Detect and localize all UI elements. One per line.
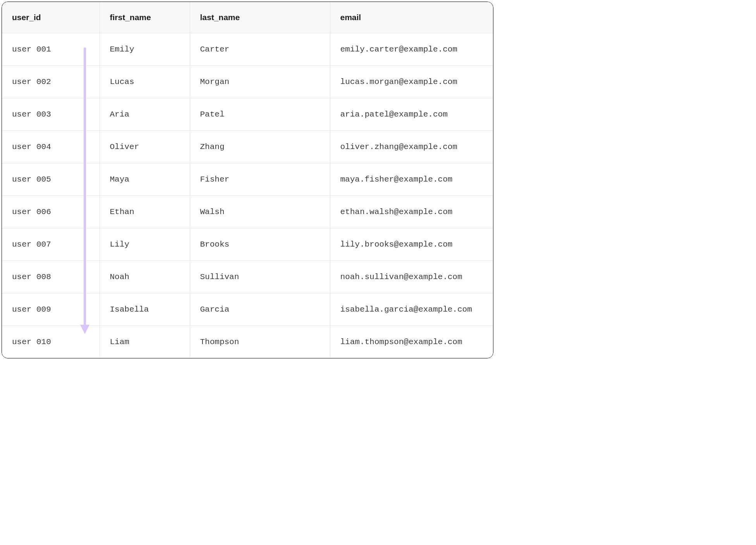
cell-user-id: user 005 — [2, 163, 100, 196]
header-email: email — [330, 2, 493, 33]
cell-user-id: user 001 — [2, 33, 100, 66]
header-first-name: first_name — [100, 2, 190, 33]
table-row: user 004OliverZhangoliver.zhang@example.… — [2, 131, 493, 163]
table-row: user 001EmilyCarteremily.carter@example.… — [2, 33, 493, 66]
cell-first-name: Isabella — [100, 293, 190, 326]
cell-email: emily.carter@example.com — [330, 33, 493, 66]
table-row: user 006EthanWalshethan.walsh@example.co… — [2, 196, 493, 228]
cell-email: oliver.zhang@example.com — [330, 131, 493, 163]
cell-last-name: Sullivan — [190, 261, 330, 293]
cell-first-name: Maya — [100, 163, 190, 196]
table-row: user 005MayaFishermaya.fisher@example.co… — [2, 163, 493, 196]
cell-user-id: user 010 — [2, 326, 100, 358]
header-user-id: user_id — [2, 2, 100, 33]
cell-first-name: Liam — [100, 326, 190, 358]
cell-last-name: Thompson — [190, 326, 330, 358]
cell-last-name: Garcia — [190, 293, 330, 326]
cell-first-name: Lily — [100, 228, 190, 261]
cell-email: liam.thompson@example.com — [330, 326, 493, 358]
table-header-row: user_id first_name last_name email — [2, 2, 493, 33]
cell-email: ethan.walsh@example.com — [330, 196, 493, 228]
cell-user-id: user 004 — [2, 131, 100, 163]
cell-user-id: user 006 — [2, 196, 100, 228]
cell-email: lily.brooks@example.com — [330, 228, 493, 261]
cell-first-name: Noah — [100, 261, 190, 293]
table-row: user 007LilyBrookslily.brooks@example.co… — [2, 228, 493, 261]
cell-last-name: Fisher — [190, 163, 330, 196]
cell-first-name: Lucas — [100, 66, 190, 98]
users-table-container: user_id first_name last_name email user … — [2, 2, 493, 358]
cell-first-name: Emily — [100, 33, 190, 66]
cell-user-id: user 003 — [2, 98, 100, 131]
cell-last-name: Patel — [190, 98, 330, 131]
table-row: user 008NoahSullivannoah.sullivan@exampl… — [2, 261, 493, 293]
table-row: user 003AriaPatelaria.patel@example.com — [2, 98, 493, 131]
cell-last-name: Morgan — [190, 66, 330, 98]
cell-user-id: user 009 — [2, 293, 100, 326]
cell-user-id: user 002 — [2, 66, 100, 98]
table-row: user 010LiamThompsonliam.thompson@exampl… — [2, 326, 493, 358]
cell-user-id: user 008 — [2, 261, 100, 293]
cell-last-name: Brooks — [190, 228, 330, 261]
users-table: user_id first_name last_name email user … — [2, 2, 493, 358]
cell-email: maya.fisher@example.com — [330, 163, 493, 196]
cell-email: noah.sullivan@example.com — [330, 261, 493, 293]
cell-email: aria.patel@example.com — [330, 98, 493, 131]
cell-email: lucas.morgan@example.com — [330, 66, 493, 98]
cell-email: isabella.garcia@example.com — [330, 293, 493, 326]
cell-first-name: Aria — [100, 98, 190, 131]
table-row: user 009IsabellaGarciaisabella.garcia@ex… — [2, 293, 493, 326]
cell-first-name: Ethan — [100, 196, 190, 228]
header-last-name: last_name — [190, 2, 330, 33]
cell-last-name: Walsh — [190, 196, 330, 228]
table-row: user 002LucasMorganlucas.morgan@example.… — [2, 66, 493, 98]
cell-user-id: user 007 — [2, 228, 100, 261]
cell-last-name: Carter — [190, 33, 330, 66]
cell-first-name: Oliver — [100, 131, 190, 163]
cell-last-name: Zhang — [190, 131, 330, 163]
